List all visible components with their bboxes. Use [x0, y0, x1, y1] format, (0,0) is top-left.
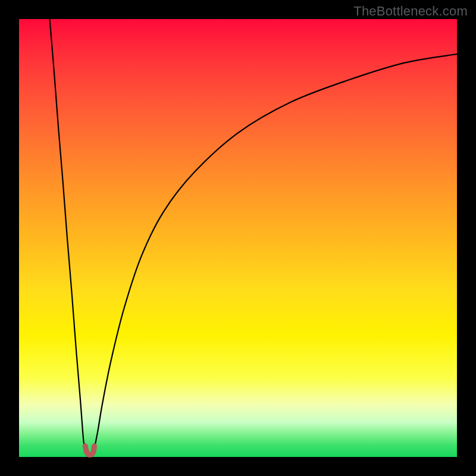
plot-area: [19, 19, 457, 457]
left-curve: [50, 19, 86, 448]
watermark-text: TheBottleneck.com: [353, 4, 468, 19]
right-curve: [95, 54, 457, 448]
curve-layer: [19, 19, 457, 457]
chart-frame: TheBottleneck.com: [0, 0, 476, 476]
dip-marker: [85, 446, 94, 455]
